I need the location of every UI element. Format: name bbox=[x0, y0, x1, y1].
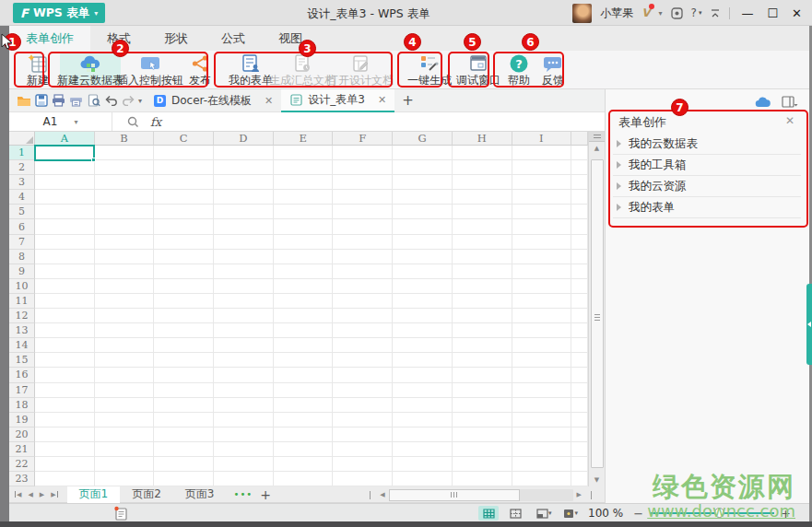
cell-partial[interactable] bbox=[571, 323, 588, 338]
row-header-22[interactable]: 22 bbox=[9, 457, 35, 472]
cell-D6[interactable] bbox=[214, 219, 274, 234]
cell-E2[interactable] bbox=[274, 160, 334, 175]
new-doc-tab-button[interactable]: + bbox=[402, 92, 414, 109]
cell-A11[interactable] bbox=[35, 294, 95, 309]
select-all-corner[interactable] bbox=[9, 132, 35, 146]
doc-tab-design-form3[interactable]: 设计_表单3 ✕ bbox=[281, 89, 394, 112]
cell-I5[interactable] bbox=[512, 205, 572, 219]
cell-A20[interactable] bbox=[35, 427, 95, 442]
cell-E4[interactable] bbox=[274, 190, 334, 205]
cell-partial[interactable] bbox=[571, 235, 588, 250]
cell-G13[interactable] bbox=[393, 323, 453, 338]
cell-C10[interactable] bbox=[154, 279, 214, 294]
chevron-down-icon[interactable]: ▾ bbox=[575, 509, 579, 517]
cell-G7[interactable] bbox=[393, 235, 453, 250]
cell-B12[interactable] bbox=[95, 309, 155, 323]
cell-G23[interactable] bbox=[393, 472, 453, 486]
cell-E6[interactable] bbox=[274, 219, 334, 234]
normal-view-icon[interactable] bbox=[478, 506, 499, 521]
pane-item-my-cloud-resources[interactable]: 我的云资源 bbox=[613, 176, 801, 197]
cell-F17[interactable] bbox=[333, 383, 393, 398]
cell-I22[interactable] bbox=[512, 457, 572, 472]
cell-B2[interactable] bbox=[95, 160, 155, 175]
cell-C11[interactable] bbox=[154, 294, 214, 309]
cell-H18[interactable] bbox=[453, 398, 512, 413]
save-icon[interactable] bbox=[32, 92, 50, 109]
cell-E1[interactable] bbox=[274, 146, 334, 160]
cell-D22[interactable] bbox=[214, 457, 274, 472]
cell-partial[interactable] bbox=[571, 368, 588, 382]
cell-E5[interactable] bbox=[274, 205, 334, 219]
cell-E7[interactable] bbox=[274, 235, 334, 250]
cell-H19[interactable] bbox=[453, 413, 512, 427]
sheet-tab-page1[interactable]: 页面1 bbox=[67, 486, 121, 503]
cell-D21[interactable] bbox=[214, 442, 274, 457]
scroll-left-icon[interactable]: ◀ bbox=[380, 491, 384, 498]
cell-B6[interactable] bbox=[95, 219, 155, 234]
cell-I6[interactable] bbox=[512, 219, 572, 234]
cell-D23[interactable] bbox=[214, 472, 274, 486]
cell-H12[interactable] bbox=[453, 309, 512, 323]
cell-A18[interactable] bbox=[35, 398, 95, 413]
cell-D9[interactable] bbox=[214, 264, 274, 279]
cell-D2[interactable] bbox=[214, 160, 274, 175]
cell-partial[interactable] bbox=[571, 264, 588, 279]
cell-A7[interactable] bbox=[35, 235, 95, 250]
cell-A2[interactable] bbox=[35, 160, 95, 175]
cell-B8[interactable] bbox=[95, 250, 155, 264]
minimize-button[interactable]: — bbox=[738, 6, 756, 20]
cell-B9[interactable] bbox=[95, 264, 155, 279]
cell-partial[interactable] bbox=[571, 353, 588, 368]
cell-E19[interactable] bbox=[274, 413, 334, 427]
cell-C12[interactable] bbox=[154, 309, 214, 323]
cell-A19[interactable] bbox=[35, 413, 95, 427]
cell-G12[interactable] bbox=[393, 309, 453, 323]
tab-formula[interactable]: 公式 bbox=[205, 26, 262, 51]
cell-F11[interactable] bbox=[333, 294, 393, 309]
cell-B11[interactable] bbox=[95, 294, 155, 309]
zoom-slider[interactable] bbox=[650, 507, 774, 520]
page-break-view-icon[interactable] bbox=[505, 506, 525, 521]
vip-icon[interactable]: V bbox=[641, 6, 650, 19]
cell-G14[interactable] bbox=[393, 338, 453, 353]
cell-I11[interactable] bbox=[512, 294, 572, 309]
cell-F15[interactable] bbox=[333, 353, 393, 368]
cell-D8[interactable] bbox=[214, 250, 274, 264]
cell-I14[interactable] bbox=[512, 338, 572, 353]
cell-D14[interactable] bbox=[214, 338, 274, 353]
cell-C17[interactable] bbox=[154, 383, 214, 398]
cell-B21[interactable] bbox=[95, 442, 155, 457]
cell-C1[interactable] bbox=[154, 146, 214, 160]
cell-A21[interactable] bbox=[35, 442, 95, 457]
cell-E8[interactable] bbox=[274, 250, 334, 264]
last-sheet-icon[interactable]: ▶ bbox=[51, 491, 57, 498]
new-button[interactable]: 新建 bbox=[23, 53, 53, 88]
cell-F10[interactable] bbox=[333, 279, 393, 294]
cell-D15[interactable] bbox=[214, 353, 274, 368]
column-header-E[interactable]: E bbox=[274, 132, 334, 146]
cell-C7[interactable] bbox=[154, 235, 214, 250]
cell-D7[interactable] bbox=[214, 235, 274, 250]
cell-E14[interactable] bbox=[274, 338, 334, 353]
cell-partial[interactable] bbox=[571, 309, 588, 323]
cell-G21[interactable] bbox=[393, 442, 453, 457]
cell-I3[interactable] bbox=[512, 175, 572, 190]
row-header-19[interactable]: 19 bbox=[9, 413, 35, 427]
cell-C16[interactable] bbox=[154, 368, 214, 382]
cell-D16[interactable] bbox=[214, 368, 274, 382]
help-button[interactable]: ? 帮助 bbox=[503, 53, 535, 88]
cell-D11[interactable] bbox=[214, 294, 274, 309]
cell-B19[interactable] bbox=[95, 413, 155, 427]
cell-B16[interactable] bbox=[95, 368, 155, 382]
cell-H4[interactable] bbox=[453, 190, 512, 205]
cell-E18[interactable] bbox=[274, 398, 334, 413]
cloud-sync-icon[interactable] bbox=[755, 94, 771, 111]
cell-F7[interactable] bbox=[333, 235, 393, 250]
column-header-B[interactable]: B bbox=[95, 132, 155, 146]
cell-C14[interactable] bbox=[154, 338, 214, 353]
column-header-partial[interactable] bbox=[571, 132, 588, 146]
fx-icon[interactable]: fx bbox=[150, 115, 161, 129]
cell-B23[interactable] bbox=[95, 472, 155, 486]
cell-A16[interactable] bbox=[35, 368, 95, 382]
cell-G18[interactable] bbox=[393, 398, 453, 413]
